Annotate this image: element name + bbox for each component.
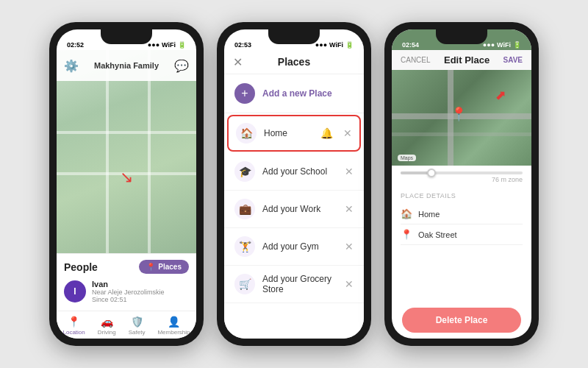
- places-header: ✕ Places: [224, 50, 364, 74]
- bottom-nav: 📍 Location 🚗 Driving 🛡️ Safety 👤 Members…: [57, 311, 196, 339]
- person-location: Near Aleje Jerozolimskie: [92, 289, 189, 296]
- phones-container: 02:52 ●●● WiFi 🔋 ⚙️ Makhynia Family 💬: [49, 22, 539, 346]
- place-work[interactable]: 💼 Add your Work ✕: [224, 191, 364, 228]
- status-icons-3: ●●● WiFi 🔋: [483, 41, 521, 49]
- people-panel: People 📍 Places I Ivan Near Aleje Jerozo…: [57, 253, 196, 311]
- radius-bar: [401, 171, 523, 174]
- driving-icon: 🚗: [101, 316, 113, 328]
- school-label: Add your School: [262, 166, 337, 177]
- maps-badge: Maps: [398, 155, 416, 161]
- person-info: Ivan Near Aleje Jerozolimskie Since 02:5…: [92, 280, 189, 303]
- places-label: Places: [158, 263, 182, 271]
- place-address-text: Oak Street: [418, 230, 457, 239]
- place-name-row[interactable]: 🏠 Home: [401, 204, 523, 224]
- home-label: Home: [264, 128, 313, 138]
- time-2: 02:53: [234, 41, 251, 49]
- school-icon: 🎓: [234, 161, 255, 182]
- nav-safety[interactable]: 🛡️ Safety: [129, 316, 146, 336]
- phone-3: 02:54 ●●● WiFi 🔋 CANCEL Edit Place SAVE: [384, 22, 539, 346]
- close-button[interactable]: ✕: [233, 55, 243, 69]
- place-details-section: Place details 🏠 Home 📍 Oak Street: [392, 186, 531, 302]
- places-list: + Add a new Place 🏠 Home 🔔 ✕ 🎓 Add your …: [224, 74, 364, 339]
- membership-icon: 👤: [168, 316, 180, 328]
- save-button[interactable]: SAVE: [503, 56, 523, 64]
- places-button[interactable]: 📍 Places: [139, 260, 189, 274]
- gym-icon: 🏋: [234, 236, 255, 257]
- nav-driving-label: Driving: [98, 329, 116, 336]
- grocery-label: Add your Grocery Store: [262, 274, 337, 294]
- place-details-title: Place details: [401, 192, 523, 199]
- nav-membership[interactable]: 👤 Membership: [157, 316, 190, 336]
- nav-location-label: Location: [63, 329, 85, 336]
- person-avatar: I: [64, 280, 86, 302]
- nav-safety-label: Safety: [129, 329, 146, 336]
- map-area: ⚙️ Makhynia Family 💬 ↘: [57, 50, 196, 253]
- place-address-row[interactable]: 📍 Oak Street: [401, 224, 523, 245]
- nav-location[interactable]: 📍 Location: [63, 316, 85, 336]
- places-icon: 📍: [146, 263, 155, 271]
- home-icon: 🏠: [236, 123, 257, 144]
- location-detail-icon: 📍: [401, 229, 412, 240]
- time-3: 02:54: [402, 41, 419, 49]
- person-name: Ivan: [92, 280, 189, 289]
- family-label: Makhynia Family: [94, 61, 159, 70]
- place-school[interactable]: 🎓 Add your School ✕: [224, 153, 364, 191]
- place-name-text: Home: [418, 210, 440, 219]
- place-home[interactable]: 🏠 Home 🔔 ✕: [227, 115, 361, 152]
- edit-place-title: Edit Place: [444, 54, 490, 66]
- notch-1: [101, 29, 152, 44]
- gym-remove-icon[interactable]: ✕: [345, 241, 354, 252]
- people-title: People: [64, 261, 98, 273]
- delete-place-button[interactable]: Delete Place: [402, 308, 521, 333]
- place-gym[interactable]: 🏋 Add your Gym ✕: [224, 228, 364, 266]
- grocery-icon: 🛒: [234, 274, 255, 294]
- phone-1: 02:52 ●●● WiFi 🔋 ⚙️ Makhynia Family 💬: [49, 22, 204, 346]
- safety-icon: 🛡️: [131, 316, 143, 328]
- map-preview: 📍 ➡ Maps: [392, 70, 531, 166]
- notch-2: [268, 29, 320, 44]
- map-arrow: ↘: [120, 168, 133, 187]
- places-screen-title: Places: [278, 56, 310, 68]
- radius-container: 76 m zone: [392, 166, 531, 186]
- radius-label: 76 m zone: [401, 176, 523, 183]
- map-road-3: [392, 132, 531, 136]
- status-icons-2: ●●● WiFi 🔋: [315, 41, 354, 49]
- nav-membership-label: Membership: [157, 329, 190, 336]
- phone-2: 02:53 ●●● WiFi 🔋 ✕ Places + Add a new Pl…: [217, 22, 371, 346]
- person-since: Since 02:51: [92, 296, 189, 303]
- message-icon[interactable]: 💬: [174, 59, 189, 73]
- nav-driving[interactable]: 🚗 Driving: [98, 316, 116, 336]
- add-new-place-button[interactable]: + Add a new Place: [224, 74, 364, 113]
- school-remove-icon[interactable]: ✕: [345, 166, 354, 177]
- home-remove-icon[interactable]: ✕: [343, 127, 352, 139]
- bell-icon[interactable]: 🔔: [320, 127, 333, 139]
- radius-thumb[interactable]: [427, 169, 436, 177]
- work-icon: 💼: [234, 199, 255, 219]
- status-icons-1: ●●● WiFi 🔋: [148, 41, 186, 49]
- gym-label: Add your Gym: [262, 241, 337, 252]
- work-remove-icon[interactable]: ✕: [345, 203, 354, 215]
- person-row[interactable]: I Ivan Near Aleje Jerozolimskie Since 02…: [64, 280, 189, 303]
- time-1: 02:52: [67, 41, 84, 49]
- home-detail-icon: 🏠: [401, 208, 412, 219]
- work-label: Add your Work: [262, 204, 337, 214]
- map-pin-icon: 📍: [451, 106, 467, 122]
- map-header: ⚙️ Makhynia Family 💬: [57, 50, 196, 81]
- road-h1: [57, 131, 196, 134]
- place-grocery[interactable]: 🛒 Add your Grocery Store ✕: [224, 266, 364, 303]
- location-icon: 📍: [68, 316, 80, 328]
- cancel-button[interactable]: CANCEL: [401, 56, 431, 64]
- gear-icon[interactable]: ⚙️: [64, 59, 79, 73]
- add-place-label: Add a new Place: [262, 88, 332, 99]
- notch-3: [436, 29, 487, 44]
- add-circle-icon: +: [234, 83, 255, 104]
- edit-place-header: CANCEL Edit Place SAVE: [392, 50, 531, 70]
- grocery-remove-icon[interactable]: ✕: [345, 278, 354, 290]
